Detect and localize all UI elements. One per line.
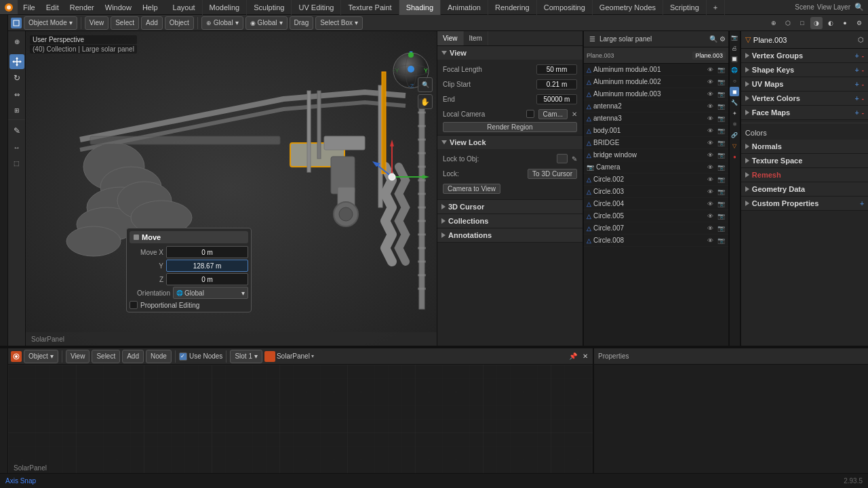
props-view-icon[interactable]: 🔲 bbox=[730, 54, 739, 64]
props-physics-icon[interactable]: ⚛ bbox=[730, 119, 739, 129]
outliner-item-bridgewin[interactable]: △ bridge window 👁 📷 bbox=[584, 149, 728, 161]
slot-dropdown[interactable]: Slot 1 ▾ bbox=[230, 350, 262, 363]
tool-cursor[interactable]: ⊕ bbox=[9, 34, 24, 49]
tab-compositing[interactable]: Compositing bbox=[537, 0, 593, 15]
render-icon12[interactable]: 📷 bbox=[716, 199, 726, 209]
sk-add-btn[interactable]: + bbox=[855, 66, 859, 74]
props-material-icon[interactable]: ● bbox=[730, 152, 739, 161]
vis-icon11[interactable]: 👁 bbox=[705, 187, 715, 197]
props-object-icon[interactable]: ◼ bbox=[730, 87, 739, 96]
zoom-btn[interactable]: 🔍 bbox=[418, 77, 433, 92]
outliner-item-body[interactable]: △ body.001 👁 📷 bbox=[584, 125, 728, 137]
outliner-item-bridge[interactable]: △ BRIDGE 👁 📷 bbox=[584, 137, 728, 149]
outliner-item-circle004[interactable]: △ Circle.004 👁 📷 bbox=[584, 198, 728, 210]
viewlock-section-header[interactable]: View Lock bbox=[437, 136, 583, 149]
tab-layout[interactable]: Layout bbox=[166, 0, 203, 15]
shader-mode-dropdown[interactable]: Object ▾ bbox=[24, 350, 58, 363]
vg-add-btn[interactable]: + bbox=[855, 52, 859, 60]
material-btn[interactable]: ◐ bbox=[825, 17, 837, 29]
vis-icon13[interactable]: 👁 bbox=[705, 211, 715, 221]
remesh-header[interactable]: Remesh bbox=[741, 168, 868, 182]
vis-icon7[interactable]: 👁 bbox=[705, 138, 715, 148]
camera-selector[interactable]: Cam... bbox=[538, 109, 568, 119]
use-nodes-checkbox[interactable]: ✓ bbox=[179, 352, 187, 361]
blender-logo[interactable] bbox=[0, 0, 18, 14]
menu-edit[interactable]: Edit bbox=[41, 0, 64, 14]
vis-icon3[interactable]: 👁 bbox=[705, 89, 715, 99]
select-btn[interactable]: Select bbox=[111, 16, 139, 30]
mode-dropdown[interactable]: Object Mode ▾ bbox=[24, 16, 77, 30]
n-tab-view[interactable]: View bbox=[437, 31, 464, 45]
render-icon14[interactable]: 📷 bbox=[716, 224, 726, 233]
material-browse-btn[interactable]: ▾ bbox=[311, 353, 314, 359]
render-icon9[interactable]: 📷 bbox=[716, 163, 726, 172]
overlay-btn[interactable]: ⬡ bbox=[782, 17, 794, 29]
props-modifier-icon[interactable]: 🔧 bbox=[730, 98, 739, 107]
shader-add-btn[interactable]: Add bbox=[122, 350, 144, 363]
props-scene-icon[interactable]: 🌐 bbox=[730, 65, 739, 75]
orientation-dropdown[interactable]: 🌐 Global ▾ bbox=[173, 287, 248, 299]
vis-icon10[interactable]: 👁 bbox=[705, 175, 715, 184]
local-camera-checkbox[interactable] bbox=[526, 110, 534, 118]
outliner-item-antenna2[interactable]: △ antenna2 👁 📷 bbox=[584, 100, 728, 113]
shader-select-btn[interactable]: Select bbox=[92, 350, 120, 363]
outliner-item-circle005[interactable]: △ Circle.005 👁 📷 bbox=[584, 210, 728, 222]
normals-header[interactable]: Normals bbox=[741, 140, 868, 153]
outliner-item-aluminum3[interactable]: △ Aluminum module.003 👁 📷 bbox=[584, 88, 728, 100]
tab-uvediting[interactable]: UV Editing bbox=[292, 0, 341, 15]
vis-icon12[interactable]: 👁 bbox=[705, 199, 715, 209]
texture-space-header[interactable]: Texture Space bbox=[741, 154, 868, 167]
vis-icon4[interactable]: 👁 bbox=[705, 102, 715, 111]
menu-file[interactable]: File bbox=[18, 0, 41, 14]
vertex-colors-header[interactable]: Vertex Colors + - bbox=[741, 92, 868, 105]
render-icon2[interactable]: 📷 bbox=[716, 77, 726, 87]
vc-remove-btn[interactable]: - bbox=[862, 95, 864, 102]
tab-shading[interactable]: Shading bbox=[399, 0, 441, 15]
add-btn[interactable]: Add bbox=[141, 16, 163, 30]
shader-view-btn[interactable]: View bbox=[66, 350, 90, 363]
sk-remove-btn[interactable]: - bbox=[862, 66, 864, 74]
tab-rendering[interactable]: Rendering bbox=[488, 0, 537, 15]
tool-measure[interactable]: ↔ bbox=[9, 140, 24, 155]
move-z-value[interactable]: 0 m bbox=[166, 273, 248, 285]
tool-move[interactable] bbox=[9, 54, 24, 69]
camera-to-view-btn[interactable]: Camera to View bbox=[443, 184, 500, 194]
outliner-item-aluminum1[interactable]: △ Aluminum module.001 👁 📷 bbox=[584, 64, 728, 76]
view-btn[interactable]: View bbox=[85, 16, 109, 30]
solid-btn[interactable]: ◑ bbox=[810, 17, 823, 29]
render-icon7[interactable]: 📷 bbox=[716, 138, 726, 148]
clip-start-value[interactable]: 0.21 m bbox=[536, 79, 577, 89]
menu-render[interactable]: Render bbox=[64, 0, 100, 14]
uv-add-btn[interactable]: + bbox=[855, 81, 859, 88]
props-output-icon[interactable]: 🖨 bbox=[730, 43, 739, 53]
render-icon15[interactable]: 📷 bbox=[716, 236, 726, 245]
collections-section-header[interactable]: Collections bbox=[437, 214, 583, 228]
props-data-icon[interactable]: ▽ bbox=[730, 141, 739, 150]
tool-rotate[interactable]: ↻ bbox=[9, 70, 24, 85]
props-constraints-icon[interactable]: 🔗 bbox=[730, 130, 739, 140]
viewport-icon[interactable] bbox=[11, 18, 22, 28]
viewport-3d[interactable]: User Perspective (40) Collection | Large… bbox=[26, 31, 437, 346]
rendered-btn[interactable]: ● bbox=[839, 17, 851, 29]
pivot-dropdown[interactable]: ◉ Global ▾ bbox=[245, 16, 288, 30]
tab-add[interactable]: + bbox=[707, 0, 725, 15]
uv-remove-btn[interactable]: - bbox=[862, 81, 864, 88]
tool-annotate[interactable]: ✎ bbox=[9, 123, 24, 138]
render-region-btn[interactable]: Render Region bbox=[443, 122, 577, 132]
pan-btn[interactable]: ✋ bbox=[418, 94, 433, 109]
props-particles-icon[interactable]: ✦ bbox=[730, 108, 739, 118]
options-btn[interactable]: ⚙ bbox=[853, 17, 865, 29]
render-icon8[interactable]: 📷 bbox=[716, 150, 726, 160]
outliner-item-circle008[interactable]: △ Circle.008 👁 📷 bbox=[584, 235, 728, 247]
outliner-item-antenna3[interactable]: △ antenna3 👁 📷 bbox=[584, 113, 728, 125]
fm-remove-btn[interactable]: - bbox=[862, 109, 864, 117]
shader-node-area[interactable]: SolarPanel bbox=[8, 365, 593, 473]
tab-animation[interactable]: Animation bbox=[441, 0, 488, 15]
shader-node-btn[interactable]: Node bbox=[146, 350, 172, 363]
tool-scale[interactable]: ⇔ bbox=[9, 87, 24, 102]
outliner-item-circle007[interactable]: △ Circle.007 👁 📷 bbox=[584, 222, 728, 235]
tab-scripting[interactable]: Scripting bbox=[663, 0, 707, 15]
vis-icon5[interactable]: 👁 bbox=[705, 114, 715, 123]
orientation-dropdown[interactable]: ⊕ Global ▾ bbox=[201, 16, 243, 30]
outliner-item-circle003[interactable]: △ Circle.003 👁 📷 bbox=[584, 186, 728, 198]
